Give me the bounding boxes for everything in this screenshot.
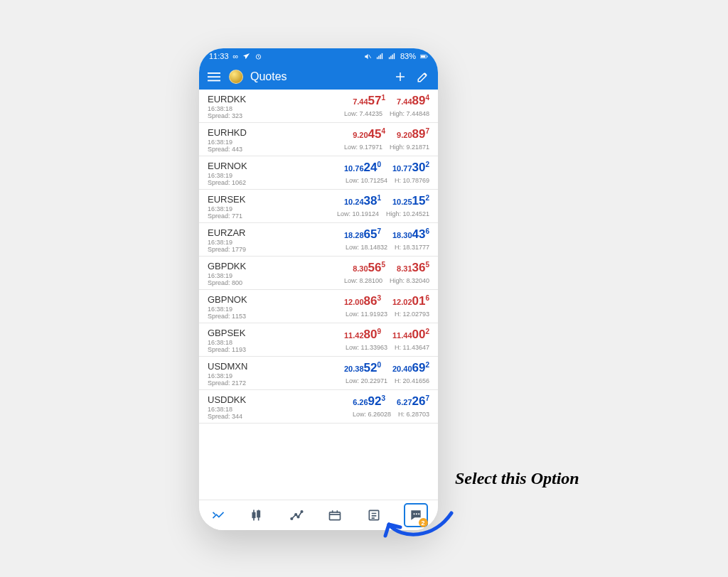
page-title: Quotes: [250, 70, 385, 83]
symbol: EURHKD: [208, 127, 273, 138]
bid-price: 10.24381: [344, 194, 381, 208]
quote-row[interactable]: EURDKK16:38:18Spread: 3237.445717.44894L…: [199, 90, 438, 123]
nav-quotes[interactable]: [209, 506, 228, 524]
quote-time: 16:38:18: [208, 339, 273, 346]
ask-price: 9.20897: [397, 127, 429, 141]
bid-price: 7.44571: [353, 94, 385, 108]
nav-messages[interactable]: 2: [404, 503, 428, 527]
quote-spread: Spread: 771: [208, 212, 273, 220]
high-value: H: 6.28703: [398, 411, 429, 418]
symbol: GBPNOK: [208, 294, 273, 305]
low-value: Low: 11.91923: [346, 311, 387, 318]
nav-news[interactable]: [365, 506, 383, 524]
svg-rect-26: [330, 512, 341, 520]
status-battery: 83%: [400, 52, 416, 60]
symbol: EURDKK: [208, 94, 273, 104]
battery-icon: [420, 53, 428, 60]
high-value: H: 11.43647: [395, 344, 429, 351]
bid-price: 8.30565: [353, 261, 385, 275]
quote-row[interactable]: GBPSEK16:38:18Spread: 119311.4280911.440…: [199, 323, 438, 357]
quote-row[interactable]: GBPDKK16:38:19Spread: 8008.305658.31365L…: [199, 257, 438, 290]
nav-charts[interactable]: [248, 506, 267, 524]
symbol: GBPDKK: [208, 261, 273, 271]
quote-time: 16:38:19: [208, 139, 273, 146]
ask-price: 10.25152: [392, 194, 429, 208]
svg-rect-19: [252, 513, 255, 518]
messages-badge: 2: [419, 518, 428, 527]
svg-line-1: [369, 55, 371, 58]
symbol: USDMXN: [208, 361, 273, 372]
ask-price: 6.27267: [397, 394, 429, 409]
svg-rect-11: [421, 55, 425, 58]
signal-icon: [376, 53, 384, 60]
svg-rect-5: [382, 53, 382, 58]
bid-price: 6.26923: [353, 394, 385, 409]
ask-price: 10.77302: [392, 161, 429, 175]
svg-rect-14: [208, 76, 220, 77]
high-value: H: 20.41656: [395, 377, 429, 384]
bottom-nav: 2: [199, 500, 438, 530]
ask-price: 12.02016: [392, 294, 429, 308]
svg-rect-6: [389, 57, 390, 59]
svg-point-33: [418, 513, 419, 514]
quote-time: 16:38:19: [208, 205, 273, 212]
quote-row[interactable]: EURSEK16:38:19Spread: 77110.2438110.2515…: [199, 190, 438, 223]
quote-row[interactable]: USDMXN16:38:19Spread: 217220.3852020.406…: [199, 357, 438, 390]
quote-spread: Spread: 800: [208, 279, 273, 286]
ask-price: 20.40692: [392, 361, 429, 375]
quote-row[interactable]: EURHKD16:38:19Spread: 4439.204549.20897L…: [199, 123, 438, 156]
quote-row[interactable]: EURZAR16:38:19Spread: 177918.2865718.304…: [199, 223, 438, 257]
ask-price: 18.30436: [392, 227, 429, 242]
phone-frame: 11:33 ∞ 83% Quotes EURDKK16:38:18Spread:…: [199, 48, 438, 530]
infinity-icon: ∞: [233, 52, 239, 60]
svg-point-22: [291, 518, 293, 520]
svg-rect-12: [427, 55, 428, 57]
quote-spread: Spread: 443: [208, 146, 273, 153]
status-bar: 11:33 ∞ 83%: [199, 48, 438, 64]
quote-row[interactable]: EURNOK16:38:19Spread: 106210.7624010.773…: [199, 156, 438, 190]
signal2-icon: [388, 53, 396, 60]
svg-point-31: [413, 513, 414, 514]
symbol: GBPSEK: [208, 328, 273, 338]
quotes-list[interactable]: EURDKK16:38:18Spread: 3237.445717.44894L…: [199, 90, 438, 500]
app-avatar-icon: [229, 70, 243, 84]
low-value: Low: 11.33963: [346, 344, 387, 351]
quote-time: 16:38:19: [208, 306, 273, 313]
quote-row[interactable]: GBPNOK16:38:19Spread: 115312.0086312.020…: [199, 290, 438, 323]
svg-point-23: [295, 514, 297, 516]
quote-time: 16:38:19: [208, 372, 273, 379]
quote-time: 16:38:18: [208, 105, 273, 112]
bid-price: 11.42809: [344, 328, 381, 342]
svg-rect-2: [377, 57, 378, 59]
quote-time: 16:38:18: [208, 406, 273, 413]
high-value: H: 12.02793: [395, 311, 429, 318]
svg-point-24: [297, 516, 299, 518]
low-value: Low: 10.71254: [346, 177, 387, 184]
quote-spread: Spread: 344: [208, 413, 273, 420]
app-header: Quotes: [199, 64, 438, 90]
nav-history[interactable]: [326, 506, 344, 524]
add-button[interactable]: [392, 69, 408, 85]
svg-rect-21: [257, 511, 259, 517]
low-value: Low: 7.44235: [344, 110, 382, 117]
bid-price: 20.38520: [344, 361, 381, 375]
svg-rect-3: [378, 55, 379, 59]
svg-point-32: [415, 513, 417, 514]
bid-price: 9.20454: [353, 127, 385, 141]
bid-price: 10.76240: [344, 161, 381, 175]
high-value: High: 9.21871: [390, 144, 429, 151]
quote-row[interactable]: USDDKK16:38:18Spread: 3446.269236.27267L…: [199, 390, 438, 424]
menu-icon[interactable]: [206, 69, 222, 85]
low-value: Low: 8.28100: [344, 277, 382, 284]
bid-price: 12.00863: [344, 294, 381, 308]
ask-price: 7.44894: [397, 94, 429, 108]
svg-rect-4: [380, 54, 380, 58]
high-value: High: 7.44848: [390, 110, 429, 117]
symbol: EURSEK: [208, 194, 273, 205]
annotation-text: Select this Option: [455, 469, 579, 488]
high-value: H: 10.78769: [395, 177, 429, 184]
nav-trade[interactable]: [287, 506, 306, 524]
quote-time: 16:38:19: [208, 239, 273, 246]
edit-button[interactable]: [415, 69, 431, 85]
svg-rect-15: [208, 80, 220, 82]
